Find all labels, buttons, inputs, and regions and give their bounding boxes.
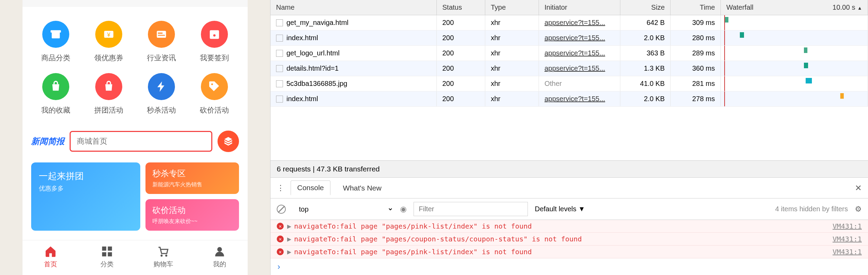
network-row[interactable]: index.html 200 xhr appservice?t=155... 2… bbox=[271, 91, 868, 107]
home-icon bbox=[44, 245, 57, 258]
log-levels-dropdown[interactable]: Default levels ▼ bbox=[535, 205, 585, 213]
svg-text:¥: ¥ bbox=[107, 32, 110, 38]
row-checkbox[interactable] bbox=[276, 80, 283, 87]
col-type[interactable]: Type bbox=[485, 0, 539, 15]
grid-item-5[interactable]: 拼团活动 bbox=[82, 73, 135, 115]
console-settings-icon[interactable]: ⚙ bbox=[855, 205, 862, 214]
eye-icon[interactable]: ◉ bbox=[400, 205, 407, 214]
cell-time: 280 ms bbox=[671, 30, 721, 45]
context-selector[interactable]: top bbox=[293, 202, 393, 216]
phone-simulator: 商品分类¥领优惠券行业资讯我要签到我的收藏拼团活动秒杀活动砍价活动 新闻简报 一… bbox=[23, 0, 248, 275]
console-error-line[interactable]: ✕▶navigateTo:fail page "pages/coupon-sta… bbox=[271, 233, 868, 246]
grid-item-label: 秒杀活动 bbox=[147, 105, 176, 115]
row-checkbox[interactable] bbox=[276, 19, 283, 26]
col-waterfall[interactable]: Waterfall 10.00 s▲ bbox=[721, 0, 868, 15]
console-error-line[interactable]: ✕▶navigateTo:fail page "pages/pink-list/… bbox=[271, 220, 868, 233]
clear-console-button[interactable] bbox=[277, 205, 286, 214]
svg-point-10 bbox=[211, 83, 213, 85]
cell-initiator[interactable]: appservice?t=155... bbox=[539, 30, 620, 45]
shop-icon bbox=[42, 21, 69, 48]
col-status[interactable]: Status bbox=[437, 0, 485, 15]
cell-initiator[interactable]: Other bbox=[539, 76, 620, 91]
console-prompt[interactable]: › bbox=[271, 258, 868, 275]
cell-status: 200 bbox=[437, 61, 485, 76]
tab-grid[interactable]: 分类 bbox=[79, 240, 135, 275]
row-checkbox[interactable] bbox=[276, 50, 283, 57]
col-waterfall-label: Waterfall bbox=[726, 3, 753, 11]
grid-item-7[interactable]: 砍价活动 bbox=[188, 73, 241, 115]
phone-simulator-wrap: 商品分类¥领优惠券行业资讯我要签到我的收藏拼团活动秒杀活动砍价活动 新闻简报 一… bbox=[0, 0, 270, 275]
tab-cart[interactable]: 购物车 bbox=[135, 240, 192, 275]
cell-initiator[interactable]: appservice?t=155... bbox=[539, 91, 620, 106]
grid-item-label: 商品分类 bbox=[41, 53, 70, 63]
col-name[interactable]: Name bbox=[271, 0, 437, 15]
grid-item-0[interactable]: 商品分类 bbox=[29, 21, 82, 63]
error-icon: ✕ bbox=[277, 223, 284, 230]
user-icon bbox=[213, 245, 226, 258]
cell-initiator[interactable]: appservice?t=155... bbox=[539, 46, 620, 61]
source-link[interactable]: VM431:1 bbox=[833, 235, 862, 243]
cell-waterfall bbox=[721, 61, 868, 76]
network-row[interactable]: details.html?id=1 200 xhr appservice?t=1… bbox=[271, 61, 868, 76]
col-initiator[interactable]: Initiator bbox=[539, 0, 620, 15]
tab-label: 分类 bbox=[100, 260, 114, 269]
network-row[interactable]: get_my_naviga.html 200 xhr appservice?t=… bbox=[271, 15, 868, 30]
cell-name: details.html?id=1 bbox=[271, 61, 437, 76]
svg-point-17 bbox=[218, 247, 222, 251]
svg-point-15 bbox=[161, 255, 163, 257]
grid-item-2[interactable]: 行业资讯 bbox=[135, 21, 188, 63]
expand-icon[interactable]: ▶ bbox=[287, 222, 291, 230]
cell-waterfall bbox=[721, 30, 868, 45]
expand-icon[interactable]: ▶ bbox=[287, 248, 291, 256]
source-link[interactable]: VM431:1 bbox=[833, 248, 862, 256]
network-header-row: Name Status Type Initiator Size Time Wat… bbox=[271, 0, 868, 15]
col-size[interactable]: Size bbox=[620, 0, 671, 15]
card-group-buy[interactable]: 一起来拼团 优惠多多 bbox=[31, 162, 140, 231]
network-row[interactable]: get_logo_url.html 200 xhr appservice?t=1… bbox=[271, 46, 868, 61]
cell-initiator[interactable]: appservice?t=155... bbox=[539, 61, 620, 76]
grid-item-3[interactable]: 我要签到 bbox=[188, 21, 241, 63]
close-drawer-button[interactable]: ✕ bbox=[855, 183, 862, 193]
network-row[interactable]: 5c3dba1366885.jpg 200 xhr Other 41.0 KB … bbox=[271, 76, 868, 91]
cell-type: xhr bbox=[485, 30, 539, 45]
row-checkbox[interactable] bbox=[276, 96, 283, 103]
bag-icon bbox=[42, 73, 69, 100]
drawer-menu-icon[interactable]: ⋮ bbox=[277, 184, 284, 193]
col-time[interactable]: Time bbox=[671, 0, 721, 15]
tab-whats-new[interactable]: What's New bbox=[337, 181, 388, 195]
cell-status: 200 bbox=[437, 46, 485, 61]
grid-item-1[interactable]: ¥领优惠券 bbox=[82, 21, 135, 63]
tab-user[interactable]: 我的 bbox=[192, 240, 248, 275]
grid-item-6[interactable]: 秒杀活动 bbox=[135, 73, 188, 115]
console-error-line[interactable]: ✕▶navigateTo:fail page "pages/pink-list/… bbox=[271, 246, 868, 258]
cell-name: index.html bbox=[271, 91, 437, 106]
cell-initiator[interactable]: appservice?t=155... bbox=[539, 15, 620, 30]
card-bargain[interactable]: 砍价活动 呼朋唤友来砍价~~ bbox=[145, 199, 239, 231]
tab-label: 购物车 bbox=[153, 260, 173, 269]
expand-icon[interactable]: ▶ bbox=[287, 235, 291, 243]
console-filter-input[interactable] bbox=[414, 202, 528, 216]
console-drawer-tabs: ⋮ Console What's New ✕ bbox=[271, 178, 868, 198]
tab-home[interactable]: 首页 bbox=[23, 240, 79, 275]
source-link[interactable]: VM431:1 bbox=[833, 222, 862, 230]
row-checkbox[interactable] bbox=[276, 35, 283, 42]
grid-item-4[interactable]: 我的收藏 bbox=[29, 73, 82, 115]
card-seckill[interactable]: 秒杀专区 新能源汽车火热销售 bbox=[145, 162, 239, 194]
cell-time: 309 ms bbox=[671, 15, 721, 30]
cell-type: xhr bbox=[485, 46, 539, 61]
svg-rect-0 bbox=[52, 32, 60, 38]
coupon-icon: ¥ bbox=[95, 21, 122, 48]
network-row[interactable]: index.html 200 xhr appservice?t=155... 2… bbox=[271, 30, 868, 46]
fab-button[interactable] bbox=[218, 131, 239, 152]
svg-rect-12 bbox=[108, 247, 112, 251]
error-message: navigateTo:fail page "pages/coupon-statu… bbox=[294, 235, 833, 243]
cell-type: xhr bbox=[485, 76, 539, 91]
news-logo-text: 新闻简报 bbox=[31, 136, 64, 147]
svg-point-9 bbox=[213, 34, 215, 37]
cell-size: 41.0 KB bbox=[620, 76, 671, 91]
news-search-input[interactable] bbox=[70, 131, 212, 152]
tab-console[interactable]: Console bbox=[291, 180, 330, 195]
row-checkbox[interactable] bbox=[276, 65, 283, 72]
tab-label: 我的 bbox=[213, 260, 226, 269]
cell-size: 2.0 KB bbox=[620, 30, 671, 45]
